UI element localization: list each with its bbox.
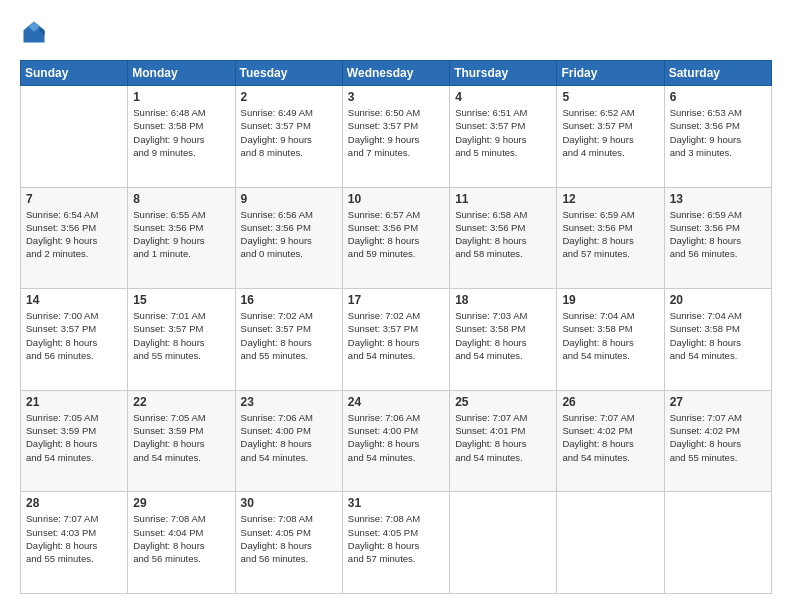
weekday-friday: Friday	[557, 61, 664, 86]
day-number: 16	[241, 293, 337, 307]
day-cell: 8Sunrise: 6:55 AM Sunset: 3:56 PM Daylig…	[128, 187, 235, 289]
weekday-tuesday: Tuesday	[235, 61, 342, 86]
day-cell: 13Sunrise: 6:59 AM Sunset: 3:56 PM Dayli…	[664, 187, 771, 289]
day-cell: 25Sunrise: 7:07 AM Sunset: 4:01 PM Dayli…	[450, 390, 557, 492]
weekday-sunday: Sunday	[21, 61, 128, 86]
day-info: Sunrise: 7:00 AM Sunset: 3:57 PM Dayligh…	[26, 309, 122, 362]
day-info: Sunrise: 6:48 AM Sunset: 3:58 PM Dayligh…	[133, 106, 229, 159]
calendar: SundayMondayTuesdayWednesdayThursdayFrid…	[20, 60, 772, 594]
day-cell: 23Sunrise: 7:06 AM Sunset: 4:00 PM Dayli…	[235, 390, 342, 492]
logo	[20, 18, 52, 46]
weekday-saturday: Saturday	[664, 61, 771, 86]
day-info: Sunrise: 6:51 AM Sunset: 3:57 PM Dayligh…	[455, 106, 551, 159]
day-info: Sunrise: 6:50 AM Sunset: 3:57 PM Dayligh…	[348, 106, 444, 159]
day-info: Sunrise: 7:01 AM Sunset: 3:57 PM Dayligh…	[133, 309, 229, 362]
day-cell: 22Sunrise: 7:05 AM Sunset: 3:59 PM Dayli…	[128, 390, 235, 492]
day-cell: 18Sunrise: 7:03 AM Sunset: 3:58 PM Dayli…	[450, 289, 557, 391]
day-info: Sunrise: 7:07 AM Sunset: 4:01 PM Dayligh…	[455, 411, 551, 464]
day-cell	[450, 492, 557, 594]
day-cell: 30Sunrise: 7:08 AM Sunset: 4:05 PM Dayli…	[235, 492, 342, 594]
day-cell	[664, 492, 771, 594]
day-number: 3	[348, 90, 444, 104]
day-cell: 14Sunrise: 7:00 AM Sunset: 3:57 PM Dayli…	[21, 289, 128, 391]
week-row-5: 28Sunrise: 7:07 AM Sunset: 4:03 PM Dayli…	[21, 492, 772, 594]
day-cell: 31Sunrise: 7:08 AM Sunset: 4:05 PM Dayli…	[342, 492, 449, 594]
day-cell: 4Sunrise: 6:51 AM Sunset: 3:57 PM Daylig…	[450, 86, 557, 188]
day-number: 8	[133, 192, 229, 206]
day-cell: 12Sunrise: 6:59 AM Sunset: 3:56 PM Dayli…	[557, 187, 664, 289]
day-number: 12	[562, 192, 658, 206]
day-number: 6	[670, 90, 766, 104]
day-number: 1	[133, 90, 229, 104]
day-number: 10	[348, 192, 444, 206]
day-number: 4	[455, 90, 551, 104]
week-row-4: 21Sunrise: 7:05 AM Sunset: 3:59 PM Dayli…	[21, 390, 772, 492]
day-info: Sunrise: 7:07 AM Sunset: 4:02 PM Dayligh…	[562, 411, 658, 464]
day-cell: 15Sunrise: 7:01 AM Sunset: 3:57 PM Dayli…	[128, 289, 235, 391]
day-cell: 3Sunrise: 6:50 AM Sunset: 3:57 PM Daylig…	[342, 86, 449, 188]
day-number: 24	[348, 395, 444, 409]
day-info: Sunrise: 6:56 AM Sunset: 3:56 PM Dayligh…	[241, 208, 337, 261]
day-number: 27	[670, 395, 766, 409]
day-info: Sunrise: 7:07 AM Sunset: 4:03 PM Dayligh…	[26, 512, 122, 565]
day-number: 18	[455, 293, 551, 307]
day-info: Sunrise: 6:49 AM Sunset: 3:57 PM Dayligh…	[241, 106, 337, 159]
day-cell: 19Sunrise: 7:04 AM Sunset: 3:58 PM Dayli…	[557, 289, 664, 391]
day-number: 23	[241, 395, 337, 409]
day-cell: 7Sunrise: 6:54 AM Sunset: 3:56 PM Daylig…	[21, 187, 128, 289]
day-info: Sunrise: 7:04 AM Sunset: 3:58 PM Dayligh…	[670, 309, 766, 362]
day-info: Sunrise: 6:53 AM Sunset: 3:56 PM Dayligh…	[670, 106, 766, 159]
day-info: Sunrise: 7:08 AM Sunset: 4:05 PM Dayligh…	[348, 512, 444, 565]
day-number: 29	[133, 496, 229, 510]
day-cell: 17Sunrise: 7:02 AM Sunset: 3:57 PM Dayli…	[342, 289, 449, 391]
day-number: 9	[241, 192, 337, 206]
day-number: 25	[455, 395, 551, 409]
weekday-monday: Monday	[128, 61, 235, 86]
day-cell: 21Sunrise: 7:05 AM Sunset: 3:59 PM Dayli…	[21, 390, 128, 492]
day-info: Sunrise: 6:57 AM Sunset: 3:56 PM Dayligh…	[348, 208, 444, 261]
week-row-1: 1Sunrise: 6:48 AM Sunset: 3:58 PM Daylig…	[21, 86, 772, 188]
day-number: 13	[670, 192, 766, 206]
weekday-header-row: SundayMondayTuesdayWednesdayThursdayFrid…	[21, 61, 772, 86]
week-row-3: 14Sunrise: 7:00 AM Sunset: 3:57 PM Dayli…	[21, 289, 772, 391]
day-cell: 20Sunrise: 7:04 AM Sunset: 3:58 PM Dayli…	[664, 289, 771, 391]
day-info: Sunrise: 6:54 AM Sunset: 3:56 PM Dayligh…	[26, 208, 122, 261]
day-number: 5	[562, 90, 658, 104]
day-info: Sunrise: 7:08 AM Sunset: 4:04 PM Dayligh…	[133, 512, 229, 565]
day-number: 17	[348, 293, 444, 307]
day-info: Sunrise: 7:05 AM Sunset: 3:59 PM Dayligh…	[133, 411, 229, 464]
day-number: 7	[26, 192, 122, 206]
day-cell: 1Sunrise: 6:48 AM Sunset: 3:58 PM Daylig…	[128, 86, 235, 188]
day-info: Sunrise: 7:08 AM Sunset: 4:05 PM Dayligh…	[241, 512, 337, 565]
day-number: 30	[241, 496, 337, 510]
day-info: Sunrise: 7:06 AM Sunset: 4:00 PM Dayligh…	[241, 411, 337, 464]
day-cell: 11Sunrise: 6:58 AM Sunset: 3:56 PM Dayli…	[450, 187, 557, 289]
page: SundayMondayTuesdayWednesdayThursdayFrid…	[0, 0, 792, 612]
header	[20, 18, 772, 46]
day-info: Sunrise: 6:59 AM Sunset: 3:56 PM Dayligh…	[670, 208, 766, 261]
day-info: Sunrise: 7:07 AM Sunset: 4:02 PM Dayligh…	[670, 411, 766, 464]
day-cell: 5Sunrise: 6:52 AM Sunset: 3:57 PM Daylig…	[557, 86, 664, 188]
day-cell	[557, 492, 664, 594]
day-cell: 26Sunrise: 7:07 AM Sunset: 4:02 PM Dayli…	[557, 390, 664, 492]
day-number: 19	[562, 293, 658, 307]
day-cell: 24Sunrise: 7:06 AM Sunset: 4:00 PM Dayli…	[342, 390, 449, 492]
weekday-thursday: Thursday	[450, 61, 557, 86]
day-number: 20	[670, 293, 766, 307]
day-info: Sunrise: 6:55 AM Sunset: 3:56 PM Dayligh…	[133, 208, 229, 261]
day-cell: 29Sunrise: 7:08 AM Sunset: 4:04 PM Dayli…	[128, 492, 235, 594]
day-cell: 16Sunrise: 7:02 AM Sunset: 3:57 PM Dayli…	[235, 289, 342, 391]
day-info: Sunrise: 7:05 AM Sunset: 3:59 PM Dayligh…	[26, 411, 122, 464]
day-number: 11	[455, 192, 551, 206]
week-row-2: 7Sunrise: 6:54 AM Sunset: 3:56 PM Daylig…	[21, 187, 772, 289]
day-number: 31	[348, 496, 444, 510]
day-cell: 9Sunrise: 6:56 AM Sunset: 3:56 PM Daylig…	[235, 187, 342, 289]
day-info: Sunrise: 6:58 AM Sunset: 3:56 PM Dayligh…	[455, 208, 551, 261]
day-info: Sunrise: 6:52 AM Sunset: 3:57 PM Dayligh…	[562, 106, 658, 159]
weekday-wednesday: Wednesday	[342, 61, 449, 86]
day-cell: 10Sunrise: 6:57 AM Sunset: 3:56 PM Dayli…	[342, 187, 449, 289]
day-number: 22	[133, 395, 229, 409]
day-cell: 28Sunrise: 7:07 AM Sunset: 4:03 PM Dayli…	[21, 492, 128, 594]
day-cell	[21, 86, 128, 188]
day-info: Sunrise: 7:06 AM Sunset: 4:00 PM Dayligh…	[348, 411, 444, 464]
